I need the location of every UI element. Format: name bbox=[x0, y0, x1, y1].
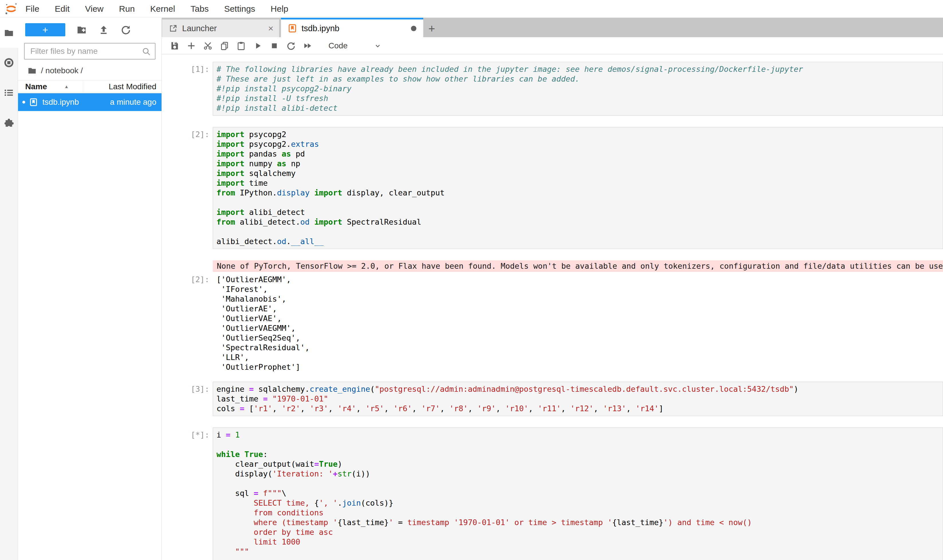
sidebar-item-running-sessions[interactable] bbox=[0, 57, 18, 68]
insert-cell-button[interactable] bbox=[187, 41, 196, 51]
home-folder-icon bbox=[27, 66, 37, 75]
code-line: alibi_detect.od.__all__ bbox=[216, 237, 939, 246]
refresh-button[interactable] bbox=[120, 24, 131, 35]
breadcrumb[interactable]: / notebook / bbox=[27, 66, 162, 75]
run-all-button[interactable] bbox=[303, 41, 312, 51]
file-listing: tsdb.ipynba minute ago bbox=[18, 93, 162, 111]
code-cell: [1]:# The following libraries have alrea… bbox=[162, 62, 943, 115]
code-line: 'OutlierVAE', bbox=[216, 314, 940, 323]
tab-close-button[interactable]: × bbox=[268, 23, 273, 34]
insert-cell-icon bbox=[187, 41, 196, 51]
file-last-modified: a minute ago bbox=[110, 98, 162, 107]
cell-editor[interactable]: import psycopg2import psycopg2.extrasimp… bbox=[213, 127, 943, 249]
column-header-last-modified[interactable]: Last Modified bbox=[83, 82, 162, 91]
code-line: engine = sqlalchemy.create_engine("postg… bbox=[216, 384, 939, 394]
new-launcher-button[interactable]: + bbox=[25, 23, 65, 36]
restart-kernel-button[interactable] bbox=[286, 41, 296, 51]
input-prompt: [3]: bbox=[162, 382, 213, 416]
code-line: import alibi_detect bbox=[216, 208, 939, 217]
run-button[interactable] bbox=[253, 41, 262, 51]
run-icon bbox=[253, 41, 262, 51]
main-area: Launcher × tsdb.ipynb + Code [1]:# The f… bbox=[162, 18, 943, 560]
table-of-contents-icon bbox=[3, 87, 15, 98]
code-line: SELECT time, {', '.join(cols)} bbox=[216, 498, 939, 508]
code-line: import sqlalchemy bbox=[216, 169, 939, 178]
filter-files bbox=[24, 43, 156, 60]
restart-kernel-icon bbox=[286, 41, 296, 51]
code-line: limit 1000 bbox=[216, 537, 939, 547]
save-button[interactable] bbox=[170, 41, 179, 51]
input-prompt: [1]: bbox=[162, 62, 213, 115]
copy-cells-button[interactable] bbox=[220, 41, 229, 51]
interrupt-kernel-button[interactable] bbox=[270, 41, 279, 51]
new-folder-button[interactable] bbox=[76, 24, 87, 35]
sidebar-item-table-of-contents[interactable] bbox=[0, 87, 18, 98]
input-prompt: [*]: bbox=[162, 428, 213, 560]
code-line bbox=[216, 440, 939, 449]
code-line: #!pip install psycopg2-binary bbox=[216, 84, 939, 94]
file-row[interactable]: tsdb.ipynba minute ago bbox=[18, 93, 162, 111]
code-line: 'OutlierVAEGMM', bbox=[216, 323, 940, 333]
code-line bbox=[216, 227, 939, 237]
cell-editor[interactable]: engine = sqlalchemy.create_engine("postg… bbox=[213, 382, 943, 416]
puzzle-icon bbox=[3, 117, 15, 129]
code-line: from IPython.display import display, cle… bbox=[216, 188, 939, 198]
code-line: display('Iteration: '+str(i)) bbox=[216, 469, 939, 479]
menu-file[interactable]: File bbox=[18, 4, 47, 14]
code-line: where (timestamp '{last_time}' = timesta… bbox=[216, 518, 939, 528]
code-line: from conditions bbox=[216, 508, 939, 518]
menu-kernel[interactable]: Kernel bbox=[143, 4, 183, 14]
code-line: #!pip install -U tsfresh bbox=[216, 94, 939, 103]
code-line: """ bbox=[216, 547, 939, 557]
search-icon bbox=[141, 46, 151, 57]
tab-launcher[interactable]: Launcher × bbox=[162, 20, 279, 37]
output-text: ['OutlierAEGMM', 'IForest', 'Mahalanobis… bbox=[213, 275, 943, 372]
folder-icon bbox=[3, 28, 14, 38]
tab-tsdb-notebook[interactable]: tsdb.ipynb bbox=[281, 18, 423, 37]
file-browser-panel: + bbox=[18, 18, 162, 560]
filter-files-input[interactable] bbox=[24, 43, 156, 60]
input-prompt: [2]: bbox=[162, 127, 213, 249]
new-folder-icon bbox=[76, 24, 87, 35]
column-header-name[interactable]: Name ▲ bbox=[18, 80, 83, 93]
tab-tsdb-label: tsdb.ipynb bbox=[301, 24, 411, 33]
save-icon bbox=[170, 41, 179, 51]
code-line: cols = ['r1', 'r2', 'r3', 'r4', 'r5', 'r… bbox=[216, 404, 939, 414]
output-area: [2]:['OutlierAEGMM', 'IForest', 'Mahalan… bbox=[162, 275, 943, 372]
menu-edit[interactable]: Edit bbox=[47, 4, 77, 14]
new-tab-button[interactable]: + bbox=[428, 23, 435, 34]
sidebar-item-file-browser[interactable] bbox=[0, 18, 18, 48]
output-prompt: [2]: bbox=[162, 275, 213, 372]
upload-icon bbox=[98, 24, 109, 35]
code-cell: [3]:engine = sqlalchemy.create_engine("p… bbox=[162, 382, 943, 416]
menu-tabs[interactable]: Tabs bbox=[183, 4, 216, 14]
notebook-toolbar: Code bbox=[162, 37, 943, 54]
chevron-down-icon[interactable] bbox=[373, 42, 382, 50]
menu-run[interactable]: Run bbox=[111, 4, 143, 14]
cell-editor[interactable]: i = 1 while True: clear_output(wait=True… bbox=[213, 428, 943, 560]
menu-settings[interactable]: Settings bbox=[216, 4, 263, 14]
code-line: ['OutlierAEGMM', bbox=[216, 275, 940, 285]
launcher-icon bbox=[169, 24, 177, 32]
file-browser-toolbar: + bbox=[25, 23, 162, 37]
jupyter-logo bbox=[5, 2, 18, 15]
refresh-icon bbox=[120, 24, 131, 35]
menu-help[interactable]: Help bbox=[263, 4, 296, 14]
code-line: clear_output(wait=True) bbox=[216, 459, 939, 469]
notebook-file-icon bbox=[29, 98, 38, 107]
paste-cells-icon bbox=[236, 41, 246, 51]
notebook-icon bbox=[288, 24, 297, 33]
code-line: import psycopg2 bbox=[216, 130, 939, 139]
cell-type-dropdown[interactable]: Code bbox=[329, 41, 348, 50]
cut-cells-button[interactable] bbox=[203, 41, 213, 51]
menu-view[interactable]: View bbox=[77, 4, 111, 14]
sidebar-item-extensions[interactable] bbox=[0, 117, 18, 129]
tab-launcher-label: Launcher bbox=[182, 24, 268, 33]
upload-button[interactable] bbox=[98, 24, 110, 35]
cell-editor[interactable]: # The following libraries have already b… bbox=[213, 62, 943, 115]
code-line: 'LLR', bbox=[216, 352, 940, 362]
code-line: import psycopg2.extras bbox=[216, 139, 939, 149]
code-line: last_time = "1970-01-01" bbox=[216, 394, 939, 404]
paste-cells-button[interactable] bbox=[236, 41, 246, 51]
run-all-icon bbox=[303, 41, 312, 51]
